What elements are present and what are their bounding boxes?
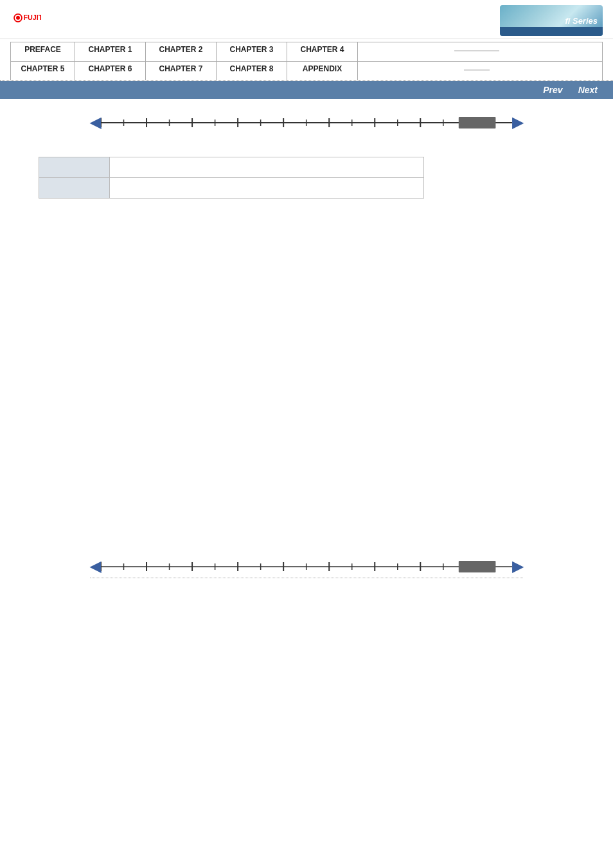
svg-rect-22 <box>459 117 496 128</box>
table-cell-label-2 <box>39 178 110 199</box>
nav-row1: PREFACE CHAPTER 1 CHAPTER 2 CHAPTER 3 CH… <box>11 42 602 62</box>
tab-appendix[interactable]: APPENDIX <box>287 62 358 80</box>
table-row <box>39 178 424 199</box>
fujitsu-logo-svg: FUJITSU <box>10 5 41 36</box>
tab-chapter2[interactable]: CHAPTER 2 <box>146 42 217 61</box>
table-cell-value-1 <box>110 157 424 178</box>
top-slider-container: ◀ ▶ <box>0 104 613 141</box>
content-table <box>39 157 424 199</box>
next-button[interactable]: Next <box>573 84 603 96</box>
prev-next-bar: Prev Next <box>0 81 613 99</box>
bottom-dotted-separator <box>90 578 523 578</box>
bottom-slider-container: ◀ ▶ <box>90 558 523 575</box>
slider-ticks-svg <box>101 113 512 132</box>
fujitsu-logo: FUJITSU <box>10 5 41 36</box>
bottom-slider-area: ◀ ▶ <box>0 558 613 578</box>
nav-row2: CHAPTER 5 CHAPTER 6 CHAPTER 7 CHAPTER 8 … <box>11 62 602 80</box>
tab-chapter7[interactable]: CHAPTER 7 <box>146 62 217 80</box>
svg-text:FUJITSU: FUJITSU <box>23 13 41 21</box>
table-cell-label-1 <box>39 157 110 178</box>
tab-chapter5[interactable]: CHAPTER 5 <box>11 62 75 80</box>
tab-chapter6[interactable]: CHAPTER 6 <box>75 62 146 80</box>
table-cell-value-2 <box>110 178 424 199</box>
slider-track[interactable] <box>101 115 512 130</box>
tab-preface[interactable]: PREFACE <box>11 42 75 61</box>
table-row <box>39 157 424 178</box>
tab-row2-empty <box>358 62 602 80</box>
tab-chapter1[interactable]: CHAPTER 1 <box>75 42 146 61</box>
svg-rect-40 <box>459 561 496 572</box>
bottom-slider-right-arrow[interactable]: ▶ <box>512 558 523 575</box>
fi-series-text: fi Series <box>565 16 598 26</box>
tab-chapter3[interactable]: CHAPTER 3 <box>217 42 287 61</box>
bottom-slider-left-arrow[interactable]: ◀ <box>90 558 101 575</box>
bottom-slider-ticks-svg <box>101 557 512 576</box>
prev-button[interactable]: Prev <box>538 84 567 96</box>
nav-tabs-row1: PREFACE CHAPTER 1 CHAPTER 2 CHAPTER 3 CH… <box>10 42 603 80</box>
slider-right-arrow[interactable]: ▶ <box>512 114 523 131</box>
tab-chapter8[interactable]: CHAPTER 8 <box>217 62 287 80</box>
fi-series-logo: fi Series <box>500 5 603 36</box>
page-header: FUJITSU fi Series <box>0 0 613 39</box>
slider-left-arrow[interactable]: ◀ <box>90 114 101 131</box>
svg-point-1 <box>16 16 20 20</box>
tab-chapter4[interactable]: CHAPTER 4 <box>287 42 358 61</box>
bottom-slider-track[interactable] <box>101 559 512 574</box>
tab-row1-empty <box>358 42 602 61</box>
